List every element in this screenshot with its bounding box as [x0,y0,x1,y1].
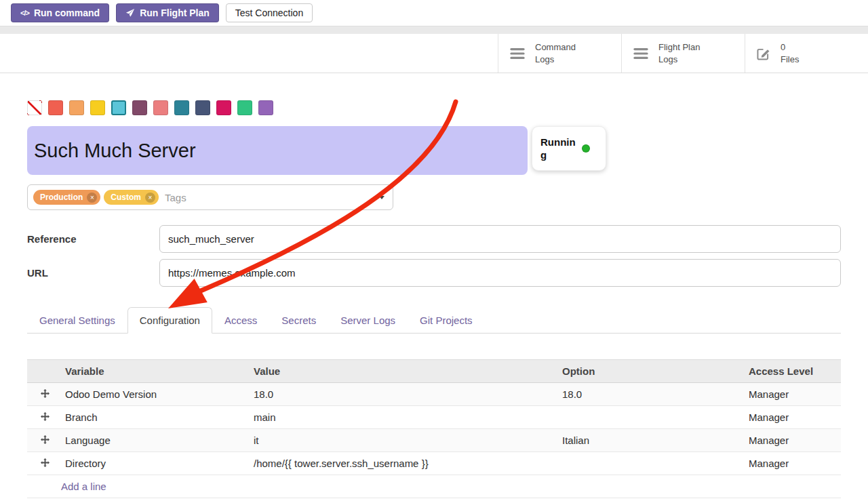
configuration-table: Variable Value Option Access Level Odoo … [27,359,841,498]
cell-access-level[interactable]: Manager [746,429,841,452]
table-header-row: Variable Value Option Access Level [27,360,841,383]
command-logs-button[interactable]: Command Logs [498,34,621,73]
separator-strip [0,26,868,34]
cell-variable[interactable]: Odoo Demo Version [62,383,251,406]
test-connection-button[interactable]: Test Connection [226,3,313,22]
stat-label-line1: 0 [781,41,799,54]
server-name-field[interactable]: Such Much Server [27,126,528,175]
color-swatch[interactable] [174,100,189,115]
table-row[interactable]: Directory /home/{{ tower.server.ssh_user… [27,452,841,475]
tag-custom[interactable]: Custom × [104,190,159,205]
status-running-badge[interactable]: Running [532,126,606,171]
toolbar: </> Run command Run Flight Plan Test Con… [0,0,868,26]
title-row: Such Much Server Running [27,126,841,175]
reference-row: Reference [27,225,841,253]
table-row[interactable]: Odoo Demo Version 18.0 18.0 Manager [27,383,841,406]
color-swatch-selected[interactable] [111,100,126,115]
cell-variable[interactable]: Language [62,429,251,452]
cell-variable[interactable]: Branch [62,406,251,429]
cell-variable[interactable]: Directory [62,452,251,475]
reference-input[interactable] [159,225,841,253]
color-swatch[interactable] [132,100,147,115]
stat-label: Command Logs [535,41,576,65]
table-row[interactable]: Branch main Manager [27,406,841,429]
cell-value[interactable]: it [251,429,559,452]
color-swatch[interactable] [258,100,273,115]
remove-tag-icon[interactable]: × [145,193,155,203]
stat-label-line1: Command [535,41,576,54]
url-input[interactable] [159,259,841,287]
cell-option[interactable]: 18.0 [559,383,746,406]
drag-handle-icon[interactable] [27,429,62,452]
cell-value[interactable]: main [251,406,559,429]
drag-handle-icon[interactable] [27,452,62,475]
test-connection-label: Test Connection [235,7,303,18]
tab-secrets[interactable]: Secrets [269,307,328,334]
add-a-line-link[interactable]: Add a line [61,481,106,492]
column-header-option: Option [559,360,746,383]
files-button[interactable]: 0 Files [745,34,868,73]
tab-general-settings[interactable]: General Settings [27,307,127,334]
color-swatch[interactable] [237,100,252,115]
tags-placeholder: Tags [165,192,186,203]
column-header-value: Value [251,360,559,383]
drag-handle-icon[interactable] [27,406,62,429]
cell-access-level[interactable]: Manager [746,406,841,429]
tag-label: Production [40,193,83,202]
run-command-label: Run command [34,7,100,18]
notebook-tabs: General Settings Configuration Access Se… [27,307,841,334]
stat-label-line2: Logs [535,54,576,66]
cell-access-level[interactable]: Manager [746,383,841,406]
cell-value[interactable]: /home/{{ tower.server.ssh_username }} [251,452,559,475]
stat-label-line2: Logs [658,54,700,66]
tab-configuration[interactable]: Configuration [127,307,212,334]
color-swatch[interactable] [195,100,210,115]
stat-label-line1: Flight Plan [658,41,700,54]
cell-value[interactable]: 18.0 [251,383,559,406]
reference-label: Reference [27,233,159,245]
handle-column-header [27,360,62,383]
code-icon: </> [20,9,29,17]
column-header-access-level: Access Level [746,360,841,383]
dropdown-caret-icon[interactable] [379,196,384,199]
run-command-button[interactable]: </> Run command [11,3,109,22]
run-flight-plan-label: Run Flight Plan [140,7,210,18]
add-line-row: Add a line [27,475,841,498]
color-swatch[interactable] [90,100,105,115]
cell-option[interactable] [559,406,746,429]
flight-plan-logs-button[interactable]: Flight Plan Logs [621,34,745,73]
color-swatch-none[interactable] [27,100,42,115]
cell-option[interactable] [559,452,746,475]
color-picker [27,73,841,115]
paper-plane-icon [125,8,135,18]
status-dot [582,144,590,153]
cell-option[interactable]: Italian [559,429,746,452]
tab-git-projects[interactable]: Git Projects [408,307,485,334]
stat-label: 0 Files [781,41,799,65]
remove-tag-icon[interactable]: × [87,193,97,203]
url-label: URL [27,267,159,279]
tag-production[interactable]: Production × [33,190,100,205]
tab-server-logs[interactable]: Server Logs [328,307,408,334]
status-label: Running [540,136,576,162]
column-header-variable: Variable [62,360,251,383]
table-row[interactable]: Language it Italian Manager [27,429,841,452]
list-icon [633,47,649,60]
color-swatch[interactable] [216,100,231,115]
color-swatch[interactable] [69,100,84,115]
edit-icon [756,46,771,61]
cell-access-level[interactable]: Manager [746,452,841,475]
stat-label: Flight Plan Logs [658,41,700,65]
form-sheet: Such Much Server Running Production × Cu… [0,73,868,498]
drag-handle-icon[interactable] [27,383,62,406]
field-group: Reference URL [27,225,841,287]
tab-access[interactable]: Access [212,307,269,334]
stat-label-line2: Files [781,54,799,66]
color-swatch[interactable] [153,100,168,115]
color-swatch[interactable] [48,100,63,115]
run-flight-plan-button[interactable]: Run Flight Plan [116,3,219,22]
url-row: URL [27,259,841,287]
list-icon [509,47,526,60]
tags-input[interactable]: Production × Custom × Tags [27,184,393,210]
control-panel: Command Logs Flight Plan Logs 0 Files [0,34,868,73]
